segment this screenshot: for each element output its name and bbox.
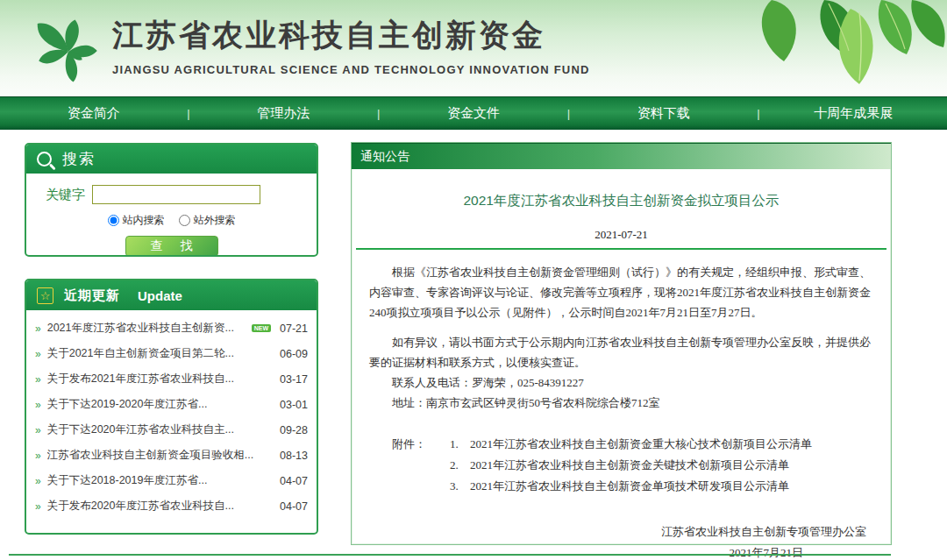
chevron-bullet-icon: » — [35, 323, 41, 335]
radio-site-search-input[interactable] — [108, 215, 119, 226]
site-subtitle: JIANGSU AGRICULTURAL SCIENCE AND TECHNOL… — [112, 63, 590, 76]
update-list-item[interactable]: » 江苏省农业科技自主创新资金项目验收相... 08-13 — [33, 443, 308, 468]
attachment-number: 3. — [450, 479, 459, 493]
update-list-item[interactable]: » 关于发布2021年度江苏省农业科技自... 03-17 — [33, 366, 308, 392]
attachments-block: 附件： 1. 2021年江苏省农业科技自主创新资金重大核心技术创新项目公示清单 … — [369, 434, 873, 497]
updates-list: » 2021年度江苏省农业科技自主创新资... NEW 07-21 » 关于20… — [26, 310, 317, 519]
signature-office: 江苏省农业科技自主创新专项管理办公室 — [369, 521, 866, 542]
leaf-logo-icon — [25, 4, 112, 93]
radio-external-search[interactable]: 站外搜索 — [179, 213, 236, 228]
date-divider — [356, 248, 886, 250]
chevron-bullet-icon: » — [35, 475, 41, 487]
chevron-bullet-icon: » — [35, 424, 41, 436]
update-item-date: 03-17 — [280, 373, 308, 386]
article-title: 2021年度江苏省农业科技自主创新资金拟立项目公示 — [369, 192, 873, 210]
recent-updates-title: 近期更新 — [64, 287, 120, 304]
page: 江苏省农业科技自主创新资金 JIANGSU AGRICULTURAL SCIEN… — [0, 0, 947, 560]
chevron-bullet-icon: » — [35, 450, 41, 462]
search-panel-header: 搜索 — [26, 145, 317, 174]
update-item-title: 2021年度江苏省农业科技自主创新资... — [47, 321, 248, 336]
attachments-label: 附件： — [369, 434, 426, 497]
update-item-title: 关于2021年自主创新资金项目第二轮... — [47, 346, 274, 361]
article-body: 根据《江苏省农业科技自主创新资金管理细则（试行）》的有关规定，经组织申报、形式审… — [369, 262, 873, 372]
update-item-date: 03-01 — [280, 399, 308, 411]
nav-item[interactable]: 十周年成果展 — [760, 105, 947, 122]
update-item-date: 04-07 — [280, 500, 308, 513]
recent-updates-panel: ☆ 近期更新 Update » 2021年度江苏省农业科技自主创新资... NE… — [25, 279, 318, 535]
nav-item[interactable]: 资金文件 — [380, 105, 566, 122]
update-item-title: 关于下达2020年江苏省农业科技自主... — [47, 422, 274, 437]
radio-site-search[interactable]: 站内搜索 — [108, 213, 165, 228]
attachment-number: 1. — [450, 437, 459, 450]
decor-leaves-icon — [719, 0, 947, 95]
page-bottom-divider — [9, 554, 891, 556]
search-panel-title: 搜索 — [62, 149, 96, 169]
notice-article: 2021年度江苏省农业科技自主创新资金拟立项目公示 2021-07-21 根据《… — [352, 192, 891, 560]
update-item-title: 关于下达2018-2019年度江苏省... — [47, 473, 274, 488]
attachment-item[interactable]: 1. 2021年江苏省农业科技自主创新资金重大核心技术创新项目公示清单 — [426, 434, 812, 455]
update-list-item[interactable]: » 2021年度江苏省农业科技自主创新资... NEW 07-21 — [33, 315, 308, 341]
brand-block: 江苏省农业科技自主创新资金 JIANGSU AGRICULTURAL SCIEN… — [112, 12, 590, 76]
update-item-date: 06-09 — [280, 348, 308, 360]
search-submit-button[interactable]: 查 找 — [125, 236, 218, 257]
radio-site-search-label: 站内搜索 — [123, 213, 165, 228]
chevron-bullet-icon: » — [35, 399, 41, 411]
search-input[interactable] — [92, 185, 260, 204]
site-logo[interactable] — [25, 4, 112, 93]
article-date: 2021-07-21 — [369, 228, 873, 242]
chevron-bullet-icon: » — [35, 348, 41, 360]
attachment-number: 2. — [450, 458, 459, 471]
main-nav: 资金简介 | 管理办法 | 资金文件 | 资料下载 | 十周年成果展 — [0, 96, 947, 130]
recent-updates-header: ☆ 近期更新 Update — [26, 280, 317, 310]
nav-item[interactable]: 管理办法 — [190, 105, 377, 122]
keyword-label: 关键字 — [46, 187, 85, 203]
site-title: 江苏省农业科技自主创新资金 — [112, 12, 590, 58]
update-list-item[interactable]: » 关于2021年自主创新资金项目第二轮... 06-09 — [33, 341, 308, 366]
update-item-title: 关于下达2019-2020年度江苏省... — [47, 397, 274, 412]
chevron-bullet-icon: » — [35, 373, 41, 386]
update-item-date: 08-13 — [280, 450, 308, 462]
radio-external-search-input[interactable] — [179, 215, 190, 226]
contact-phone: 联系人及电话：罗海荣，025-84391227 — [369, 372, 873, 393]
notice-section-title: 通知公告 — [352, 143, 891, 169]
nav-item[interactable]: 资金简介 — [0, 105, 187, 122]
contact-address: 地址：南京市玄武区钟灵街50号省农科院综合楼712室 — [369, 393, 873, 413]
update-list-item[interactable]: » 关于下达2019-2020年度江苏省... 03-01 — [33, 392, 308, 417]
recent-updates-subtitle: Update — [138, 288, 182, 303]
attachments-list: 1. 2021年江苏省农业科技自主创新资金重大核心技术创新项目公示清单 2. 2… — [426, 434, 812, 497]
star-icon: ☆ — [37, 287, 53, 304]
attachment-item[interactable]: 2. 2021年江苏省农业科技自主创新资金关键技术创新项目公示清单 — [426, 455, 812, 476]
article-paragraph: 如有异议，请以书面方式于公示期内向江苏省农业科技自主创新专项管理办公室反映，并提… — [369, 332, 873, 372]
signature-date: 2021年7月21日 — [369, 542, 866, 560]
attachment-title: 2021年江苏省农业科技自主创新资金关键技术创新项目公示清单 — [470, 458, 789, 471]
update-item-title: 关于发布2020年度江苏省农业科技自... — [47, 499, 274, 514]
attachment-title: 2021年江苏省农业科技自主创新资金重大核心技术创新项目公示清单 — [470, 437, 812, 450]
site-header: 江苏省农业科技自主创新资金 JIANGSU AGRICULTURAL SCIEN… — [0, 0, 947, 96]
search-panel: 搜索 关键字 站内搜索 站外搜索 查 找 — [25, 143, 318, 257]
new-badge: NEW — [252, 324, 271, 332]
article-paragraph: 根据《江苏省农业科技自主创新资金管理细则（试行）》的有关规定，经组织申报、形式审… — [369, 262, 873, 323]
update-item-title: 关于发布2021年度江苏省农业科技自... — [47, 372, 274, 386]
update-item-date: 09-28 — [280, 424, 308, 436]
update-item-date: 04-07 — [280, 475, 308, 487]
search-icon — [37, 152, 52, 167]
update-item-title: 江苏省农业科技自主创新资金项目验收相... — [47, 448, 274, 463]
update-list-item[interactable]: » 关于下达2018-2019年度江苏省... 04-07 — [33, 468, 308, 493]
radio-external-search-label: 站外搜索 — [194, 213, 236, 228]
chevron-bullet-icon: » — [35, 500, 41, 513]
nav-item[interactable]: 资料下载 — [570, 105, 757, 122]
attachment-item[interactable]: 3. 2021年江苏省农业科技自主创新资金单项技术研发项目公示清单 — [426, 476, 812, 497]
notice-panel: 通知公告 2021年度江苏省农业科技自主创新资金拟立项目公示 2021-07-2… — [351, 142, 892, 545]
attachment-title: 2021年江苏省农业科技自主创新资金单项技术研发项目公示清单 — [470, 479, 789, 493]
update-item-date: 07-21 — [280, 323, 308, 335]
update-list-item[interactable]: » 关于下达2020年江苏省农业科技自主... 09-28 — [33, 417, 308, 443]
update-list-item[interactable]: » 关于发布2020年度江苏省农业科技自... 04-07 — [33, 493, 308, 519]
